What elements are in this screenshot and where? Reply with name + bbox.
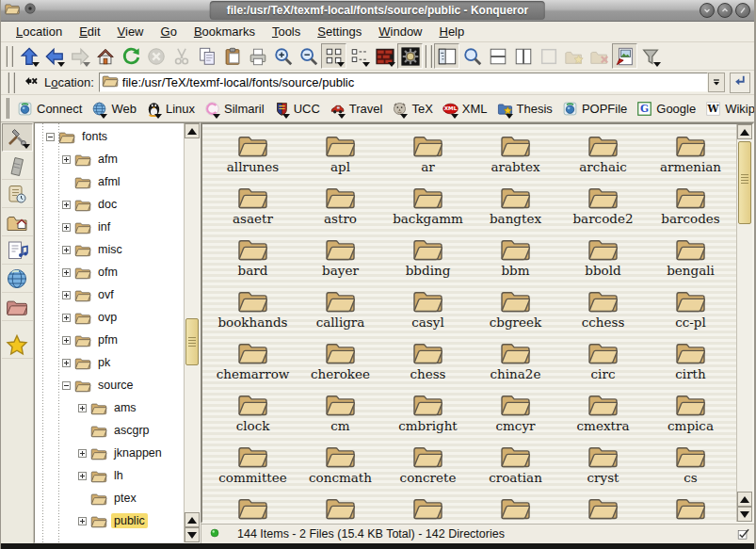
location-combo-arrow[interactable] xyxy=(708,73,725,92)
tree-item-lh[interactable]: lh xyxy=(35,464,184,487)
folder-bangtex[interactable]: bangtex xyxy=(472,184,559,235)
folder-chess[interactable]: chess xyxy=(384,339,472,391)
menu-window[interactable]: Window xyxy=(371,23,429,40)
expand-toggle-icon[interactable] xyxy=(62,291,71,299)
folder-barcodes[interactable]: barcodes xyxy=(647,184,734,235)
expand-toggle-icon[interactable] xyxy=(62,246,71,254)
zoom-in-button[interactable] xyxy=(270,43,296,69)
tree-item-ovp[interactable]: ovp xyxy=(35,306,184,329)
expand-toggle-icon[interactable] xyxy=(62,201,71,209)
brick-wall-button[interactable] xyxy=(372,43,397,69)
print-button[interactable] xyxy=(245,43,270,69)
folder-cmpica[interactable]: cmpica xyxy=(647,391,734,443)
scroll-up-button[interactable] xyxy=(185,123,200,138)
close-button[interactable] xyxy=(735,3,750,18)
folder-apl[interactable]: apl xyxy=(297,132,384,184)
scrollbar-track[interactable] xyxy=(185,138,200,512)
tree-item-pfm[interactable]: pfm xyxy=(35,329,184,351)
folder-bengali[interactable]: bengali xyxy=(647,235,734,287)
menu-tools[interactable]: Tools xyxy=(265,23,308,40)
scroll-down-button[interactable] xyxy=(737,507,752,522)
folder-cirth[interactable]: cirth xyxy=(647,339,734,391)
folder-bayer[interactable]: bayer xyxy=(297,235,384,287)
menu-location[interactable]: Location xyxy=(8,23,70,40)
location-combobox[interactable] xyxy=(99,73,708,92)
folder-asaetr[interactable]: asaetr xyxy=(209,184,297,235)
expand-toggle-icon[interactable] xyxy=(78,404,87,412)
bookmark-thesis[interactable]: Thesis xyxy=(492,99,557,119)
shade-button[interactable] xyxy=(700,3,715,18)
gear-globe-button[interactable] xyxy=(397,43,423,69)
tree-scrollbar[interactable] xyxy=(184,123,200,542)
folder-cmcyr[interactable]: cmcyr xyxy=(472,391,559,443)
sidebar-tab-root[interactable] xyxy=(2,293,33,321)
folder-partial[interactable] xyxy=(647,494,734,522)
scrollbar-thumb[interactable] xyxy=(738,141,751,224)
menu-view[interactable]: View xyxy=(110,23,152,40)
clear-location-icon[interactable] xyxy=(23,73,40,93)
expand-toggle-icon[interactable] xyxy=(62,223,71,232)
scroll-down-button[interactable] xyxy=(185,527,200,542)
tree-item-ascgrp[interactable]: ascgrp xyxy=(35,419,184,442)
sticky-pin-icon[interactable] xyxy=(24,2,37,19)
folder-cs[interactable]: cs xyxy=(647,443,734,494)
folder-cm[interactable]: cm xyxy=(297,391,384,443)
folder-ar[interactable]: ar xyxy=(384,132,472,184)
dropdown-arrow-icon[interactable] xyxy=(32,62,40,67)
bookmark-silmaril[interactable]: Silmaril xyxy=(200,99,269,119)
sidebar-tab-history[interactable] xyxy=(2,180,33,208)
tree-item-misc[interactable]: misc xyxy=(35,238,184,261)
scroll-up-button[interactable] xyxy=(737,492,752,507)
scrollbar-thumb[interactable] xyxy=(185,318,199,365)
sidebar-tab-home[interactable] xyxy=(2,208,33,236)
sidebar-tab-network[interactable] xyxy=(2,265,33,293)
folder-partial[interactable] xyxy=(209,494,297,522)
sidebar-tab-bookmarks[interactable] xyxy=(2,331,33,359)
folder-backgamm[interactable]: backgamm xyxy=(384,184,472,235)
list-view-button[interactable] xyxy=(346,43,372,69)
folder-cbgreek[interactable]: cbgreek xyxy=(472,287,559,339)
tree-item-pk[interactable]: pk xyxy=(35,351,184,374)
view-indicator-icon[interactable] xyxy=(736,527,750,544)
folder-cchess[interactable]: cchess xyxy=(559,287,647,339)
menu-go[interactable]: Go xyxy=(153,23,185,40)
split-horizontal-button[interactable] xyxy=(485,43,510,69)
expand-toggle-icon[interactable] xyxy=(78,472,87,480)
sidebar-config-button[interactable] xyxy=(2,123,33,152)
expand-toggle-icon[interactable] xyxy=(78,517,87,525)
menu-settings[interactable]: Settings xyxy=(310,23,369,40)
image-preview-button[interactable] xyxy=(612,43,637,69)
icon-view-button[interactable] xyxy=(321,43,346,69)
dropdown-arrow-icon[interactable] xyxy=(388,62,395,67)
collapse-toggle-icon[interactable] xyxy=(62,381,71,390)
bookmark-xml[interactable]: XMLXML xyxy=(438,99,492,119)
tree-item-source[interactable]: source xyxy=(35,374,184,396)
folder-bookhands[interactable]: bookhands xyxy=(209,287,297,339)
folder-bbold[interactable]: bbold xyxy=(559,235,647,287)
tree-item-ptex[interactable]: ptex xyxy=(35,487,184,509)
bookmarksbar-handle[interactable] xyxy=(6,98,9,119)
scroll-up-button[interactable] xyxy=(185,512,200,527)
expand-toggle-icon[interactable] xyxy=(78,449,87,458)
bookmark-ucc[interactable]: UCC xyxy=(269,99,325,119)
expand-toggle-icon[interactable] xyxy=(62,155,71,164)
expand-toggle-icon[interactable] xyxy=(62,359,71,367)
menu-edit[interactable]: Edit xyxy=(72,23,107,40)
folder-bard[interactable]: bard xyxy=(209,235,297,287)
bookmark-linux[interactable]: Linux xyxy=(141,99,200,119)
menu-bookmarks[interactable]: Bookmarks xyxy=(186,23,263,40)
dropdown-arrow-icon[interactable] xyxy=(337,62,345,67)
bookmark-connect[interactable]: Connect xyxy=(12,99,87,119)
tree-item-afm[interactable]: afm xyxy=(35,148,184,170)
sidebar-tab-services[interactable] xyxy=(2,236,33,265)
paste-button[interactable] xyxy=(219,43,245,69)
up-button[interactable] xyxy=(16,43,41,69)
folder-bbm[interactable]: bbm xyxy=(472,235,559,287)
maximize-button[interactable] xyxy=(717,3,732,18)
folder-calligra[interactable]: calligra xyxy=(297,287,384,339)
location-input[interactable] xyxy=(122,74,705,90)
zoom-out-button[interactable] xyxy=(296,43,321,69)
bookmark-popfile[interactable]: POPFile xyxy=(557,99,632,119)
folder-cc-pl[interactable]: cc-pl xyxy=(647,287,734,339)
folder-barcode2[interactable]: barcode2 xyxy=(559,184,647,235)
